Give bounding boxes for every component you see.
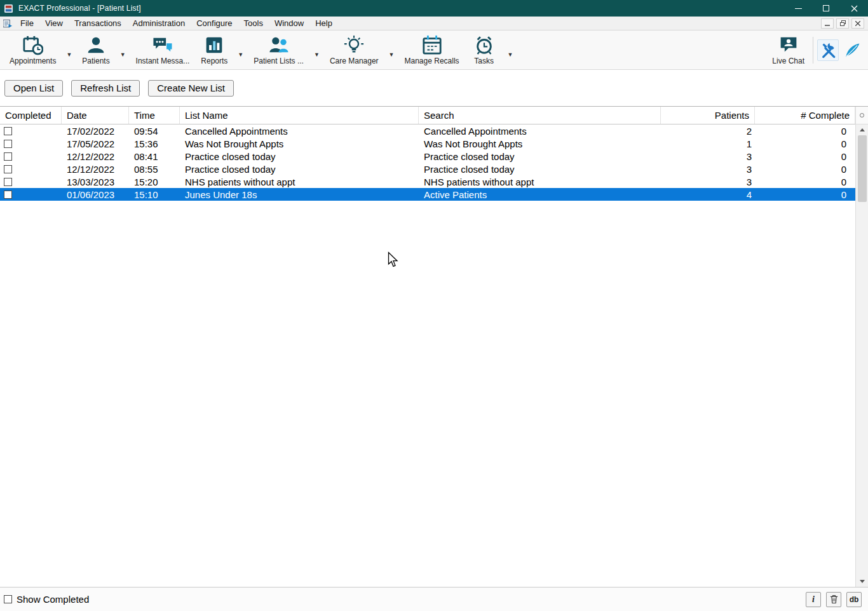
toolbar-reports-button[interactable]: Reports	[195, 32, 233, 68]
row-complete: 0	[755, 175, 855, 188]
toolbar-live-chat-button[interactable]: Live Chat	[766, 32, 810, 68]
row-time: 09:54	[129, 124, 180, 137]
vertical-scrollbar[interactable]	[855, 107, 868, 587]
delete-list-button[interactable]	[826, 592, 841, 607]
row-completed-checkbox[interactable]	[4, 191, 12, 199]
patient-lists-dropdown-caret[interactable]: ▼	[309, 51, 324, 58]
menu-file[interactable]: File	[15, 17, 39, 29]
table-row[interactable]: 12/12/2022 08:41 Practice closed today P…	[0, 150, 855, 163]
mdi-restore-icon	[840, 20, 846, 26]
mdi-close-button[interactable]	[851, 18, 864, 29]
show-completed-checkbox[interactable]	[4, 595, 12, 603]
menu-bar: File View Transactions Administration Co…	[0, 17, 868, 30]
tools-settings-button[interactable]	[817, 39, 839, 61]
refresh-list-button[interactable]: Refresh List	[71, 80, 140, 97]
toolbar-instant-message-button[interactable]: Instant Messa...	[130, 32, 196, 68]
column-header-time[interactable]: Time	[129, 107, 180, 124]
table-row[interactable]: 17/02/2022 09:54 Cancelled Appointments …	[0, 124, 855, 137]
patients-dropdown-caret[interactable]: ▼	[116, 51, 130, 58]
row-time: 15:20	[129, 175, 180, 188]
table-row[interactable]: 17/05/2022 15:36 Was Not Brought Appts W…	[0, 137, 855, 150]
row-search: Practice closed today	[419, 163, 661, 175]
row-list-name: NHS patients without appt	[180, 175, 419, 188]
toolbar-patient-lists-label: Patient Lists ...	[254, 57, 304, 65]
toolbar-patients-button[interactable]: Patients	[76, 32, 115, 68]
footer-bar: Show Completed i db	[0, 587, 868, 611]
column-header-search[interactable]: Search	[419, 107, 661, 124]
main-toolbar: Appointments ▼ Patients ▼ Instant Messa.…	[0, 30, 868, 70]
menu-transactions[interactable]: Transactions	[69, 17, 127, 29]
info-button[interactable]: i	[806, 592, 821, 607]
row-time: 08:41	[129, 150, 180, 163]
toolbar-tasks-button[interactable]: Tasks	[465, 32, 503, 68]
maximize-icon	[823, 5, 829, 11]
app-logo-icon	[4, 3, 14, 13]
maximize-button[interactable]	[812, 0, 840, 17]
menu-administration[interactable]: Administration	[127, 17, 191, 29]
column-header-date[interactable]: Date	[62, 107, 129, 124]
menu-window[interactable]: Window	[269, 17, 309, 29]
tools-wrench-icon	[820, 42, 836, 58]
toolbar-instant-message-label: Instant Messa...	[136, 57, 190, 65]
scroll-up-button[interactable]	[856, 124, 868, 135]
table-row[interactable]: 12/12/2022 08:55 Practice closed today P…	[0, 163, 855, 175]
row-completed-checkbox[interactable]	[4, 178, 12, 186]
row-completed-checkbox[interactable]	[4, 127, 12, 135]
database-button[interactable]: db	[846, 592, 862, 607]
mdi-close-icon	[855, 21, 860, 26]
column-header-completed[interactable]: Completed	[0, 107, 62, 124]
open-list-button[interactable]: Open List	[4, 80, 63, 97]
column-header-list-name[interactable]: List Name	[180, 107, 419, 124]
row-search: Was Not Brought Appts	[419, 137, 661, 150]
toolbar-live-chat-label: Live Chat	[772, 57, 804, 65]
toolbar-right-group: Live Chat	[766, 32, 864, 68]
column-header-complete[interactable]: # Complete	[755, 107, 855, 124]
window-controls	[784, 0, 868, 17]
arrow-down-icon	[860, 580, 865, 583]
minimize-button[interactable]	[784, 0, 812, 17]
create-new-list-button[interactable]: Create New List	[148, 80, 234, 97]
row-date: 17/05/2022	[62, 137, 129, 150]
tasks-dropdown-caret[interactable]: ▼	[503, 51, 518, 58]
row-completed-checkbox[interactable]	[4, 165, 12, 173]
toolbar-care-manager-button[interactable]: Care Manager	[324, 32, 384, 68]
appointments-dropdown-caret[interactable]: ▼	[62, 51, 76, 58]
reports-dropdown-caret[interactable]: ▼	[233, 51, 248, 58]
toolbar-appointments-button[interactable]: Appointments	[4, 32, 62, 68]
row-list-name: Practice closed today	[180, 150, 419, 163]
row-search: NHS patients without appt	[419, 175, 661, 188]
row-list-name: Cancelled Appointments	[180, 124, 419, 137]
row-patients: 3	[661, 163, 755, 175]
row-completed-checkbox[interactable]	[4, 140, 12, 148]
mdi-window-controls	[821, 18, 868, 29]
table-row[interactable]: 01/06/2023 15:10 Junes Under 18s Active …	[0, 188, 855, 201]
scroll-down-button[interactable]	[856, 576, 868, 587]
appointments-calendar-clock-icon	[23, 35, 43, 55]
show-completed-toggle[interactable]: Show Completed	[5, 594, 89, 605]
reports-bar-chart-icon	[205, 35, 224, 55]
patients-person-icon	[86, 35, 105, 55]
mdi-minimize-button[interactable]	[821, 18, 834, 29]
menu-configure[interactable]: Configure	[191, 17, 238, 29]
toolbar-patient-lists-button[interactable]: Patient Lists ...	[248, 32, 309, 68]
column-header-patients[interactable]: Patients	[661, 107, 755, 124]
close-button[interactable]	[840, 0, 868, 17]
table-body: 17/02/2022 09:54 Cancelled Appointments …	[0, 124, 855, 201]
column-options-icon	[860, 113, 864, 117]
menu-view[interactable]: View	[39, 17, 69, 29]
care-manager-lightbulb-icon	[344, 35, 364, 55]
scrollbar-thumb[interactable]	[858, 135, 867, 202]
column-options-button[interactable]	[856, 107, 868, 124]
care-manager-dropdown-caret[interactable]: ▼	[384, 51, 399, 58]
titlebar: EXACT Professional - [Patient List]	[0, 0, 868, 17]
menu-help[interactable]: Help	[309, 17, 338, 29]
toolbar-manage-recalls-button[interactable]: Manage Recalls	[399, 32, 465, 68]
mdi-restore-button[interactable]	[836, 18, 849, 29]
quill-sign-button[interactable]	[841, 39, 863, 61]
toolbar-care-manager-label: Care Manager	[330, 57, 379, 65]
menu-tools[interactable]: Tools	[238, 17, 269, 29]
table-row[interactable]: 13/03/2023 15:20 NHS patients without ap…	[0, 175, 855, 188]
feather-swoosh-icon	[844, 42, 860, 58]
row-search: Active Patients	[419, 188, 661, 201]
row-completed-checkbox[interactable]	[4, 152, 12, 161]
